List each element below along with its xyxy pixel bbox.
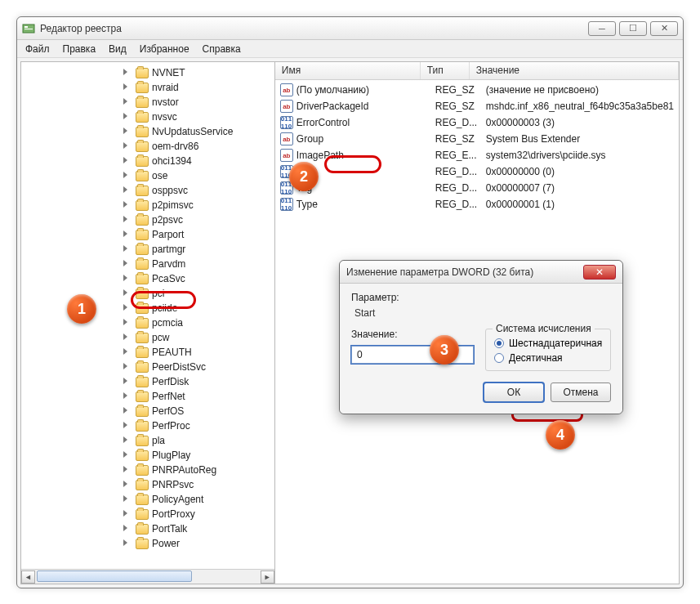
expand-icon[interactable] (123, 333, 127, 340)
expand-icon[interactable] (123, 260, 127, 266)
expand-icon[interactable] (123, 230, 127, 237)
expand-icon[interactable] (123, 525, 127, 531)
expand-icon[interactable] (123, 378, 127, 384)
tree-item-pla[interactable]: pla (21, 433, 274, 448)
tree-item-p2pimsvc[interactable]: p2pimsvc (21, 198, 274, 213)
expand-icon[interactable] (123, 98, 127, 105)
tree-item-perfnet[interactable]: PerfNet (21, 389, 274, 404)
tree-item-nvupdatusservice[interactable]: NvUpdatusService (21, 124, 274, 139)
expand-icon[interactable] (123, 69, 127, 75)
column-type[interactable]: Тип (421, 62, 470, 79)
value-row[interactable]: 011 110TypeREG_D...0x00000001 (1) (275, 196, 679, 213)
expand-icon[interactable] (123, 348, 127, 355)
expand-icon[interactable] (123, 363, 127, 369)
expand-icon[interactable] (123, 304, 127, 311)
value-row[interactable]: abGroupREG_SZSystem Bus Extender (275, 131, 679, 147)
radix-hex-radio[interactable] (494, 338, 504, 348)
value-row[interactable]: 011 110ErrorControlREG_D...0x00000003 (3… (275, 114, 679, 131)
expand-icon[interactable] (123, 216, 127, 222)
value-row[interactable]: ab(По умолчанию)REG_SZ(значение не присв… (275, 82, 679, 98)
minimize-button[interactable]: ─ (588, 21, 616, 36)
expand-icon[interactable] (123, 451, 127, 458)
close-button[interactable]: ✕ (650, 21, 678, 36)
expand-icon[interactable] (123, 436, 127, 443)
menu-help[interactable]: Справка (196, 42, 247, 56)
expand-icon[interactable] (123, 201, 127, 208)
value-row[interactable]: abDriverPackageIdREG_SZmshdc.inf_x86_neu… (275, 98, 679, 114)
menu-file[interactable]: Файл (19, 42, 56, 56)
expand-icon[interactable] (123, 289, 127, 296)
expand-icon[interactable] (123, 83, 127, 90)
expand-icon[interactable] (123, 392, 127, 399)
tree-item-peerdistsvc[interactable]: PeerDistSvc (21, 360, 274, 374)
ok-button[interactable]: ОК (484, 383, 544, 402)
tree-item-peauth[interactable]: PEAUTH (21, 345, 274, 360)
expand-icon[interactable] (123, 539, 127, 546)
tree-item-partmgr[interactable]: partmgr (21, 242, 274, 257)
scroll-thumb[interactable] (37, 570, 192, 582)
value-row[interactable]: abImagePathREG_E...system32\drivers\pcii… (275, 147, 679, 163)
column-value[interactable]: Значение (470, 62, 679, 79)
expand-icon[interactable] (123, 407, 127, 414)
radix-dec-radio[interactable] (494, 353, 504, 363)
tree-item-nvstor[interactable]: nvstor (21, 95, 274, 110)
menu-view[interactable]: Вид (102, 42, 133, 56)
tree-item-parvdm[interactable]: Parvdm (21, 257, 274, 271)
titlebar[interactable]: Редактор реестра ─ ☐ ✕ (17, 17, 683, 40)
tree-item-nvsvc[interactable]: nvsvc (21, 110, 274, 124)
expand-icon[interactable] (123, 275, 127, 281)
expand-icon[interactable] (123, 186, 127, 193)
value-row[interactable]: 011 110StartREG_D...0x00000000 (0) (275, 163, 679, 180)
tree-item-porttalk[interactable]: PortTalk (21, 521, 274, 536)
tree-item-nvraid[interactable]: nvraid (21, 80, 274, 95)
expand-icon[interactable] (123, 157, 127, 163)
tree-pane[interactable]: NVNETnvraidnvstornvsvcNvUpdatusServiceoe… (20, 61, 275, 584)
scroll-left-button[interactable]: ◄ (21, 570, 35, 584)
tree-item-power[interactable]: Power (21, 536, 274, 551)
folder-icon (136, 303, 149, 314)
menu-edit[interactable]: Правка (56, 42, 103, 56)
expand-icon[interactable] (123, 481, 127, 487)
tree-item-policyagent[interactable]: PolicyAgent (21, 492, 274, 507)
values-header[interactable]: Имя Тип Значение (275, 62, 679, 80)
tree-item-pci[interactable]: pci (21, 286, 274, 301)
expand-icon[interactable] (123, 142, 127, 149)
expand-icon[interactable] (123, 245, 127, 252)
expand-icon[interactable] (123, 319, 127, 325)
expand-icon[interactable] (123, 422, 127, 428)
tree-item-perfproc[interactable]: PerfProc (21, 418, 274, 433)
maximize-button[interactable]: ☐ (619, 21, 647, 36)
tree-item-ohci1394[interactable]: ohci1394 (21, 154, 274, 168)
tree-item-perfos[interactable]: PerfOS (21, 404, 274, 418)
horizontal-scrollbar[interactable]: ◄ ► (21, 569, 274, 584)
tree-item-pcmcia[interactable]: pcmcia (21, 315, 274, 330)
tree-item-pciide[interactable]: pciide (21, 301, 274, 315)
expand-icon[interactable] (123, 495, 127, 502)
expand-icon[interactable] (123, 172, 127, 178)
tree-item-pcasvc[interactable]: PcaSvc (21, 271, 274, 286)
menu-favorites[interactable]: Избранное (133, 42, 196, 56)
tree-item-oem-drv86[interactable]: oem-drv86 (21, 139, 274, 154)
tree-item-ose[interactable]: ose (21, 168, 274, 183)
expand-icon[interactable] (123, 466, 127, 472)
tree-item-parport[interactable]: Parport (21, 227, 274, 242)
dialog-close-button[interactable]: ✕ (583, 265, 616, 280)
cancel-button[interactable]: Отмена (551, 383, 611, 402)
expand-icon[interactable] (123, 128, 127, 134)
tree-label: partmgr (152, 244, 185, 255)
tree-item-pnrpautoreg[interactable]: PNRPAutoReg (21, 463, 274, 477)
tree-item-portproxy[interactable]: PortProxy (21, 507, 274, 521)
expand-icon[interactable] (123, 510, 127, 517)
tree-item-osppsvc[interactable]: osppsvc (21, 183, 274, 198)
tree-item-pnrpsvc[interactable]: PNRPsvc (21, 477, 274, 492)
expand-icon[interactable] (123, 113, 127, 119)
tree-item-perfdisk[interactable]: PerfDisk (21, 374, 274, 389)
tree-item-nvnet[interactable]: NVNET (21, 65, 274, 80)
tree-item-p2psvc[interactable]: p2psvc (21, 213, 274, 227)
value-row[interactable]: 011 110TagREG_D...0x00000007 (7) (275, 180, 679, 196)
dialog-titlebar[interactable]: Изменение параметра DWORD (32 бита) ✕ (340, 261, 622, 284)
column-name[interactable]: Имя (275, 62, 421, 79)
scroll-right-button[interactable]: ► (261, 570, 274, 584)
tree-item-plugplay[interactable]: PlugPlay (21, 448, 274, 463)
tree-item-pcw[interactable]: pcw (21, 330, 274, 345)
